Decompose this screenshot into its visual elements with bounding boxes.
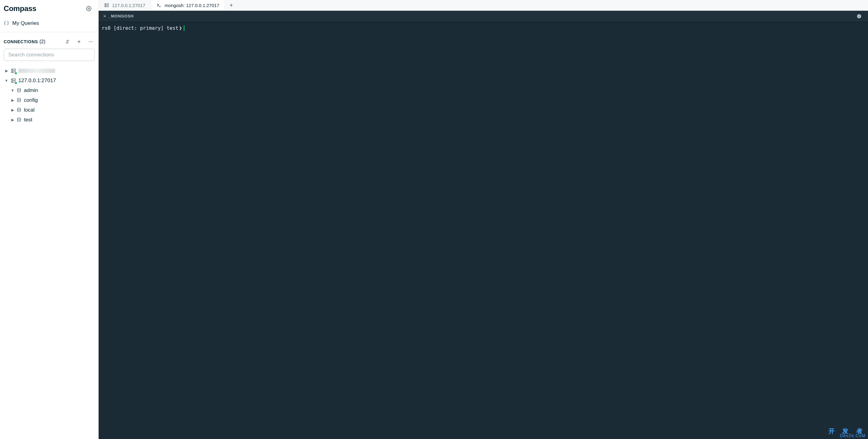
svg-point-23 [105, 6, 106, 6]
database-label: config [24, 97, 38, 103]
terminal-icon [156, 3, 161, 8]
database-label: local [24, 107, 35, 113]
connections-more-button[interactable] [87, 38, 95, 46]
watermark-line2: DevZe.CoM [829, 434, 866, 438]
connection-label: 127.0.0.1:27017 [19, 78, 56, 84]
svg-point-15 [12, 82, 12, 82]
main-area: 127.0.0.1:27017 mongosh: 127.0.0.1:27017… [99, 0, 868, 439]
svg-point-10 [12, 69, 12, 70]
plus-icon [76, 39, 82, 44]
database-item[interactable]: ▶ test [1, 115, 97, 125]
chevron-down-icon: ▼ [10, 88, 15, 93]
svg-point-18 [18, 108, 21, 109]
database-label: test [24, 117, 32, 123]
chevron-right-icon: ▶ [10, 118, 15, 122]
svg-rect-28 [859, 16, 859, 17]
shell-header: > _MONGOSH [99, 11, 868, 22]
shell-info-button[interactable] [855, 12, 863, 20]
svg-point-22 [105, 4, 106, 4]
tab-bar: 127.0.0.1:27017 mongosh: 127.0.0.1:27017 [99, 0, 868, 11]
svg-point-6 [90, 41, 91, 42]
chevron-right-icon: ❯ [178, 25, 183, 31]
database-item[interactable]: ▶ config [1, 95, 97, 105]
collapse-icon [65, 39, 70, 44]
database-icon [17, 117, 22, 122]
braces-icon [4, 21, 9, 26]
tab-mongosh[interactable]: mongosh: 127.0.0.1:27017 [151, 0, 225, 10]
connections-count: (2) [39, 39, 45, 44]
shell-terminal[interactable]: rs0 [direct: primary] test❯ 开 发 者 DevZe.… [99, 22, 868, 439]
chevron-right-icon: ▶ [10, 108, 15, 112]
svg-point-14 [12, 79, 12, 80]
shell-prompt-text: rs0 [direct: primary] test [102, 25, 178, 31]
plus-icon [229, 3, 234, 8]
add-connection-button[interactable] [75, 38, 83, 46]
connections-header: CONNECTIONS (2) [0, 32, 98, 49]
database-item[interactable]: ▶ local [1, 105, 97, 115]
svg-point-17 [18, 98, 21, 99]
database-icon [17, 108, 22, 113]
sidebar: Compass My Queries CONNECTIONS (2) [0, 0, 99, 439]
database-icon [17, 98, 22, 103]
tab-server[interactable]: 127.0.0.1:27017 [99, 0, 151, 10]
svg-point-11 [12, 72, 12, 72]
gear-icon [86, 6, 92, 11]
shell-header-label: _MONGOSH [108, 14, 133, 19]
my-queries-link[interactable]: My Queries [0, 16, 98, 32]
settings-button[interactable] [85, 5, 93, 12]
svg-point-5 [89, 41, 89, 42]
svg-point-7 [92, 41, 92, 42]
app-title: Compass [4, 4, 36, 13]
sidebar-header: Compass [0, 0, 98, 16]
watermark-line1: 开 发 者 [829, 428, 866, 434]
connection-item[interactable]: ▼ 127.0.0.1:27017 [1, 76, 97, 86]
database-icon [17, 88, 22, 93]
connection-item[interactable]: ▶ [1, 66, 97, 76]
tab-label: 127.0.0.1:27017 [112, 3, 145, 8]
chevron-right-icon: ▶ [4, 69, 8, 73]
tab-label: mongosh: 127.0.0.1:27017 [164, 3, 219, 8]
server-icon [104, 3, 109, 8]
info-icon [857, 14, 862, 19]
prompt-symbol-icon: > [103, 14, 106, 19]
database-item[interactable]: ▼ admin [1, 86, 97, 95]
database-label: admin [24, 87, 38, 93]
more-horizontal-icon [88, 39, 93, 44]
svg-point-16 [18, 88, 21, 89]
watermark: 开 发 者 DevZe.CoM [829, 428, 866, 438]
my-queries-label: My Queries [12, 20, 39, 26]
search-connections-input[interactable] [4, 49, 95, 61]
status-dot-icon [15, 82, 17, 84]
chevron-down-icon: ▼ [4, 79, 8, 83]
cursor-icon [184, 25, 184, 31]
status-dot-icon [15, 72, 17, 75]
collapse-all-button[interactable] [63, 38, 71, 46]
connections-title: CONNECTIONS [4, 39, 38, 44]
svg-point-19 [18, 118, 21, 119]
chevron-right-icon: ▶ [10, 98, 15, 103]
new-tab-button[interactable] [225, 0, 237, 10]
svg-point-0 [88, 8, 90, 9]
shell-prompt-line: rs0 [direct: primary] test❯ [102, 25, 865, 31]
connection-label [19, 69, 55, 73]
connections-tree: ▶ ▼ 127.0.0.1:27017 ▼ admi [0, 65, 98, 125]
